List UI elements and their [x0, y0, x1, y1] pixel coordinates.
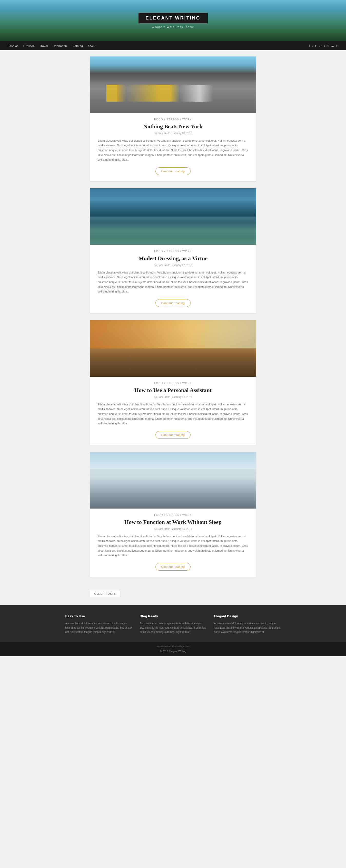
footer-widget-title-2: Blog Ready: [140, 614, 207, 618]
social-twitter-icon[interactable]: t: [312, 44, 313, 47]
post-title-4: How to Function at Work Without Sleep: [98, 519, 249, 526]
social-tumblr-icon[interactable]: t: [324, 44, 325, 47]
post-card-1: FOOD / STRESS / WORK Nothing Beats New Y…: [90, 57, 256, 181]
post-categories-4: FOOD / STRESS / WORK: [98, 514, 249, 517]
post-excerpt-3: Etiam placerat velit vitae dui blandit s…: [98, 402, 249, 426]
main-nav: Fashion Lifestyle Travel Inspiration Clo…: [0, 41, 346, 50]
social-googleplus-icon[interactable]: g+: [319, 44, 322, 47]
nav-links: Fashion Lifestyle Travel Inspiration Clo…: [8, 43, 96, 48]
post-meta-3: By Sam Smith | January 18, 2018: [98, 396, 249, 399]
post-image-2: [90, 188, 256, 245]
post-content-1: FOOD / STRESS / WORK Nothing Beats New Y…: [90, 113, 256, 181]
post-excerpt-2: Etiam placerat velit vitae dui blandit s…: [98, 270, 249, 294]
nav-item-inspiration[interactable]: Inspiration: [53, 43, 67, 48]
social-cloud-icon[interactable]: ☁: [331, 44, 334, 48]
posts-wrapper: FOOD / STRESS / WORK Nothing Beats New Y…: [86, 50, 260, 590]
continue-btn-2[interactable]: Continue reading: [155, 299, 191, 307]
nav-item-fashion[interactable]: Fashion: [8, 43, 19, 48]
site-title-box: ELEGANT WRITING: [138, 13, 208, 23]
post-card-4: FOOD / STRESS / WORK How to Function at …: [90, 452, 256, 577]
social-icons: f t ▶ g+ t ✉ ☁ in: [309, 44, 338, 48]
post-image-4: [90, 452, 256, 508]
social-linkedin-icon[interactable]: in: [336, 44, 338, 47]
footer-widgets: Easy To Use Accusantium et doloremque ve…: [58, 614, 288, 642]
older-posts-wrapper: OLDER POSTS: [86, 590, 260, 597]
post-title-3: How to Use a Personal Assistant: [98, 387, 249, 394]
footer-widget-2: Blog Ready Accusantium et doloremque ver…: [140, 614, 207, 634]
social-email-icon[interactable]: ✉: [327, 44, 329, 48]
nav-item-travel[interactable]: Travel: [39, 43, 48, 48]
site-footer: Easy To Use Accusantium et doloremque ve…: [0, 605, 346, 656]
site-subtitle: A Superb WordPress Theme: [152, 25, 194, 29]
post-title-1: Nothing Beats New York: [98, 123, 249, 130]
footer-widget-title-1: Easy To Use: [65, 614, 132, 618]
post-categories-1: FOOD / STRESS / WORK: [98, 118, 249, 121]
footer-widget-text-3: Accusantium et doloremque veritatis arch…: [214, 621, 281, 634]
footer-widget-title-3: Elegant Design: [214, 614, 281, 618]
nav-item-about[interactable]: About: [88, 43, 95, 48]
continue-btn-1[interactable]: Continue reading: [155, 167, 191, 175]
footer-copyright: © 2019 Elegant Writing: [160, 650, 186, 653]
continue-btn-4[interactable]: Continue reading: [155, 563, 191, 570]
nav-item-lifestyle[interactable]: Lifestyle: [23, 43, 35, 48]
continue-btn-3[interactable]: Continue reading: [155, 431, 191, 439]
footer-widget-3: Elegant Design Accusantium et doloremque…: [214, 614, 281, 634]
post-excerpt-1: Etiam placerat velit vitae dui blandit s…: [98, 138, 249, 162]
post-content-3: FOOD / STRESS / WORK How to Use a Person…: [90, 377, 256, 445]
footer-widget-text-2: Accusantium et doloremque veritatis arch…: [140, 621, 207, 634]
post-meta-1: By Sam Smith | January 23, 2018: [98, 132, 249, 135]
post-title-2: Modest Dressing, as a Virtue: [98, 255, 249, 262]
main-content: FOOD / STRESS / WORK Nothing Beats New Y…: [0, 50, 346, 597]
post-content-2: FOOD / STRESS / WORK Modest Dressing, as…: [90, 245, 256, 313]
site-header: ELEGANT WRITING A Superb WordPress Theme: [0, 0, 346, 41]
site-title: ELEGANT WRITING: [146, 16, 200, 21]
post-content-4: FOOD / STRESS / WORK How to Function at …: [90, 508, 256, 577]
post-categories-3: FOOD / STRESS / WORK: [98, 382, 249, 384]
nav-item-clothing[interactable]: Clothing: [71, 43, 83, 48]
post-card-3: FOOD / STRESS / WORK How to Use a Person…: [90, 320, 256, 445]
footer-url: www.inheritancefirstcollege.com: [3, 645, 343, 648]
post-image-1: [90, 57, 256, 113]
post-image-3: [90, 320, 256, 377]
post-card-2: FOOD / STRESS / WORK Modest Dressing, as…: [90, 188, 256, 313]
social-youtube-icon[interactable]: ▶: [315, 44, 317, 48]
post-excerpt-4: Etiam placerat velit vitae dui blandit s…: [98, 534, 249, 558]
post-categories-2: FOOD / STRESS / WORK: [98, 250, 249, 253]
social-facebook-icon[interactable]: f: [309, 44, 310, 47]
older-posts-button[interactable]: OLDER POSTS: [90, 590, 120, 597]
footer-widget-1: Easy To Use Accusantium et doloremque ve…: [65, 614, 132, 634]
footer-bottom: www.inheritancefirstcollege.com © 2019 E…: [0, 642, 346, 656]
post-meta-4: By Sam Smith | January 15, 2018: [98, 528, 249, 530]
post-meta-2: By Sam Smith | January 22, 2018: [98, 264, 249, 267]
footer-widget-text-1: Accusantium et doloremque veritatis arch…: [65, 621, 132, 634]
